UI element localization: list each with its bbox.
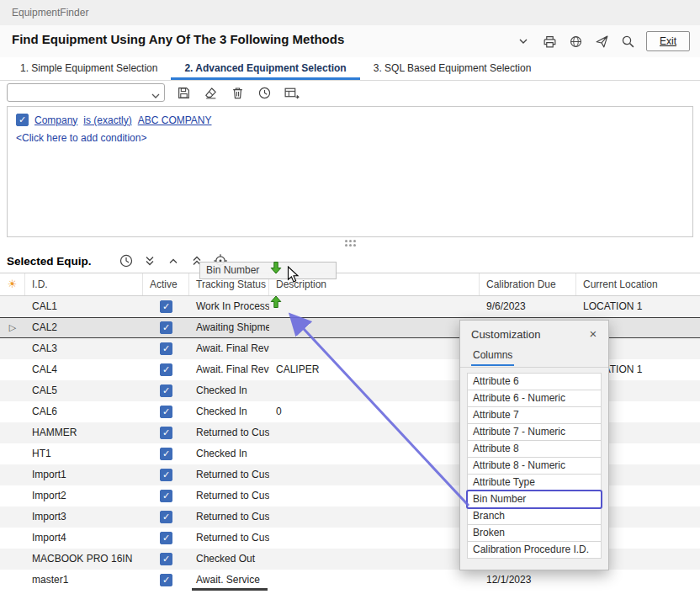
cell-id[interactable]: CAL6 <box>25 401 143 422</box>
cell-tracking-status[interactable]: Returned to Custo <box>189 485 269 506</box>
row-indicator[interactable] <box>0 443 25 464</box>
chevron-up-icon[interactable] <box>165 253 181 269</box>
delete-icon[interactable] <box>230 85 246 101</box>
cell-current-location[interactable]: LOCATION 1 <box>576 296 700 317</box>
cell-current-location[interactable] <box>576 570 700 591</box>
chevron-down-icon[interactable] <box>516 34 532 50</box>
cell-description[interactable]: 0 <box>269 401 480 422</box>
active-checkbox[interactable] <box>160 553 172 565</box>
cell-tracking-status[interactable]: Returned to Custo <box>189 422 269 443</box>
cell-tracking-status[interactable]: Checked Out <box>189 549 269 570</box>
saved-filter-combobox[interactable] <box>7 83 165 102</box>
grid-layout-icon[interactable] <box>284 85 300 101</box>
search-icon[interactable] <box>620 34 636 50</box>
active-checkbox[interactable] <box>160 363 172 376</box>
cell-tracking-status[interactable]: Checked In <box>189 380 269 401</box>
grid-settings-sun-icon[interactable]: ☀ <box>0 273 25 295</box>
cell-tracking-status[interactable]: Returned to Custo <box>189 464 269 485</box>
globe-icon[interactable] <box>568 34 584 50</box>
customization-list-item[interactable]: Attribute Type <box>467 474 602 491</box>
cell-id[interactable]: Import4 <box>25 528 143 549</box>
eraser-icon[interactable] <box>203 85 219 101</box>
column-header-active[interactable]: Active <box>143 273 189 295</box>
active-checkbox[interactable] <box>160 300 172 313</box>
column-header-calibration-due[interactable]: Calibration Due <box>480 273 576 295</box>
cell-description[interactable] <box>269 570 480 591</box>
cell-id[interactable]: HT1 <box>25 443 143 464</box>
row-indicator[interactable] <box>0 296 25 317</box>
cell-description[interactable] <box>269 317 480 338</box>
double-chevron-down-icon[interactable] <box>141 253 157 269</box>
cell-description[interactable] <box>269 549 480 570</box>
row-indicator[interactable] <box>0 485 25 506</box>
table-row[interactable]: CAL1 Work In Process 9/6/2023 LOCATION 1 <box>0 296 700 317</box>
active-checkbox[interactable] <box>160 511 172 523</box>
print-icon[interactable] <box>542 34 558 50</box>
cell-id[interactable]: Import1 <box>25 464 143 485</box>
cell-id[interactable]: Import3 <box>25 506 143 528</box>
tab-columns[interactable]: Columns <box>471 347 514 366</box>
cell-tracking-status[interactable]: Await. Final Review <box>189 338 269 359</box>
active-checkbox[interactable] <box>160 342 172 355</box>
cell-description[interactable]: CALIPER <box>269 359 480 380</box>
cell-description[interactable] <box>269 422 480 443</box>
clock-icon[interactable] <box>118 253 134 269</box>
active-checkbox[interactable] <box>160 321 172 334</box>
condition-field-link[interactable]: Company <box>34 114 77 126</box>
tab-sql-selection[interactable]: 3. SQL Based Equipment Selection <box>360 57 545 80</box>
cell-id[interactable]: CAL4 <box>25 359 143 380</box>
cell-description[interactable] <box>269 506 480 528</box>
active-checkbox[interactable] <box>160 532 172 544</box>
send-icon[interactable] <box>594 34 610 50</box>
customization-list-item[interactable]: Broken <box>467 524 602 542</box>
cell-id[interactable]: CAL1 <box>25 296 143 317</box>
active-checkbox[interactable] <box>160 469 172 481</box>
active-checkbox[interactable] <box>160 427 172 439</box>
save-icon[interactable] <box>176 85 192 101</box>
cell-id[interactable]: master1 <box>25 570 143 591</box>
condition-value-link[interactable]: ABC COMPANY <box>138 114 212 126</box>
customization-list-item[interactable]: Attribute 6 - Numeric <box>467 390 602 407</box>
cell-tracking-status[interactable]: Await. Final Review <box>189 359 269 380</box>
cell-description[interactable] <box>269 464 480 485</box>
row-indicator[interactable] <box>0 338 25 359</box>
splitter-handle[interactable] <box>0 237 700 249</box>
cell-calibration-due[interactable]: 9/6/2023 <box>480 296 576 317</box>
condition-checkbox[interactable] <box>16 114 29 126</box>
cell-calibration-due[interactable]: 12/1/2023 <box>480 570 576 591</box>
cell-id[interactable]: CAL3 <box>25 338 143 359</box>
row-indicator[interactable] <box>0 422 25 443</box>
cell-description[interactable] <box>269 443 480 464</box>
cell-description[interactable] <box>269 528 480 549</box>
add-condition-link[interactable]: <Click here to add condition> <box>16 132 146 144</box>
active-checkbox[interactable] <box>160 448 172 460</box>
combobox-chevron-icon[interactable] <box>151 90 160 102</box>
cell-id[interactable]: CAL5 <box>25 380 143 401</box>
h-scrollbar-thumb[interactable] <box>192 588 268 591</box>
cell-tracking-status[interactable]: Returned to Custo <box>189 528 269 549</box>
row-indicator[interactable] <box>0 549 25 570</box>
row-indicator[interactable] <box>0 380 25 401</box>
active-checkbox[interactable] <box>160 574 172 586</box>
cell-description[interactable] <box>269 485 480 506</box>
tab-simple-selection[interactable]: 1. Simple Equipment Selection <box>7 57 171 80</box>
column-header-current-location[interactable]: Current Location <box>576 273 700 295</box>
cell-id[interactable]: HAMMER <box>25 422 143 443</box>
active-checkbox[interactable] <box>160 406 172 418</box>
cell-tracking-status[interactable]: Checked In <box>189 401 269 422</box>
row-indicator[interactable] <box>0 506 25 528</box>
table-row[interactable]: master1 Await. Service 12/1/2023 <box>0 570 700 591</box>
cell-id[interactable]: CAL2 <box>25 317 143 338</box>
customization-list-item[interactable]: Calibration Procedure I.D. <box>467 541 602 559</box>
customization-list-item[interactable]: Attribute 7 - Numeric <box>467 423 602 441</box>
cell-id[interactable]: Import2 <box>25 485 143 506</box>
exit-button[interactable]: Exit <box>646 31 690 51</box>
row-indicator[interactable] <box>0 359 25 380</box>
customization-list-item[interactable]: Attribute 8 <box>467 440 602 458</box>
column-header-id[interactable]: I.D. <box>25 273 143 295</box>
customization-list-item[interactable]: Attribute 7 <box>467 406 602 424</box>
history-icon[interactable] <box>257 85 273 101</box>
customization-list-item[interactable]: Attribute 6 <box>467 373 602 390</box>
row-indicator[interactable] <box>0 464 25 485</box>
cell-description[interactable] <box>269 296 480 317</box>
